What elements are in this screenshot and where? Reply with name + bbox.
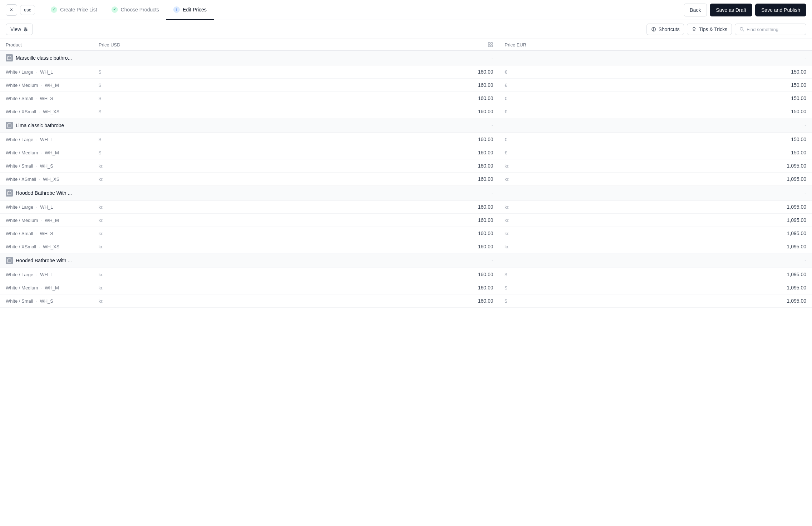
table-row[interactable]: White / Medium · WH_M kr. 160.00 $ 1,095…: [0, 281, 812, 294]
table-row[interactable]: White / Small · WH_S kr. 160.00 kr. 1,09…: [0, 159, 812, 173]
variant-eur-price-cell[interactable]: € 150.00: [499, 79, 812, 92]
variant-usd-price-cell[interactable]: $ 160.00: [93, 105, 499, 118]
table-header-row: Product Price USD Price EUR: [0, 39, 812, 51]
usd-symbol: kr.: [99, 298, 104, 304]
product-eur-dash: -: [499, 186, 812, 200]
product-group-row: Hooded Bathrobe With ... - -: [0, 186, 812, 200]
variant-usd-price-cell[interactable]: $ 160.00: [93, 79, 499, 92]
usd-value: 160.00: [478, 176, 493, 182]
variant-usd-price-cell[interactable]: $ 160.00: [93, 133, 499, 146]
eur-symbol: kr.: [505, 177, 510, 182]
variant-eur-price-cell[interactable]: kr. 1,095.00: [499, 240, 812, 253]
usd-symbol: kr.: [99, 231, 104, 236]
variant-usd-price-cell[interactable]: kr. 160.00: [93, 159, 499, 173]
usd-symbol: $: [99, 69, 101, 75]
esc-button[interactable]: esc: [20, 5, 35, 15]
usd-value: 160.00: [478, 82, 493, 88]
view-button[interactable]: View: [6, 24, 33, 35]
variant-eur-price-cell[interactable]: € 150.00: [499, 92, 812, 105]
variant-eur-price-cell[interactable]: $ 1,095.00: [499, 294, 812, 308]
table-row[interactable]: White / Small · WH_S kr. 160.00 $ 1,095.…: [0, 294, 812, 308]
eur-value: 150.00: [791, 150, 806, 155]
variant-eur-price-cell[interactable]: € 150.00: [499, 65, 812, 79]
table-row[interactable]: White / Large · WH_L kr. 160.00 kr. 1,09…: [0, 200, 812, 214]
variant-label: White / Large · WH_L: [6, 272, 53, 277]
eur-value: 1,095.00: [787, 230, 807, 236]
variant-label: White / XSmall · WH_XS: [6, 177, 59, 182]
table-row[interactable]: White / Medium · WH_M kr. 160.00 kr. 1,0…: [0, 214, 812, 227]
back-button[interactable]: Back: [684, 4, 707, 16]
variant-usd-price-cell[interactable]: kr. 160.00: [93, 240, 499, 253]
esc-label: esc: [24, 7, 31, 13]
table-row[interactable]: White / XSmall · WH_XS kr. 160.00 kr. 1,…: [0, 173, 812, 186]
usd-symbol: kr.: [99, 272, 104, 277]
step-choose-label: Choose Products: [121, 7, 159, 13]
search-box[interactable]: Find something: [735, 24, 806, 35]
eur-symbol: €: [505, 96, 507, 101]
table-row[interactable]: White / XSmall · WH_XS $ 160.00 € 150.00: [0, 105, 812, 118]
eur-value: 150.00: [791, 109, 806, 114]
variant-eur-price-cell[interactable]: € 150.00: [499, 105, 812, 118]
variant-eur-price-cell[interactable]: kr. 1,095.00: [499, 227, 812, 240]
variant-usd-price-cell[interactable]: kr. 160.00: [93, 227, 499, 240]
variant-usd-price-cell[interactable]: kr. 160.00: [93, 173, 499, 186]
variant-label: White / Large · WH_L: [6, 69, 53, 75]
table-row[interactable]: White / Medium · WH_M $ 160.00 € 150.00: [0, 79, 812, 92]
variant-eur-price-cell[interactable]: kr. 1,095.00: [499, 214, 812, 227]
eur-symbol: $: [505, 272, 507, 277]
table-row[interactable]: White / Large · WH_L kr. 160.00 $ 1,095.…: [0, 268, 812, 281]
variant-usd-price-cell[interactable]: kr. 160.00: [93, 281, 499, 294]
tips-button[interactable]: Tips & Tricks: [687, 24, 732, 35]
close-button[interactable]: ×: [6, 4, 17, 16]
variant-eur-price-cell[interactable]: € 150.00: [499, 146, 812, 159]
table-body: Marseille classic bathro... - - White / …: [0, 51, 812, 308]
variant-usd-price-cell[interactable]: kr. 160.00: [93, 294, 499, 308]
variant-label: White / Small · WH_S: [6, 163, 53, 169]
eur-symbol: kr.: [505, 204, 510, 210]
table-row[interactable]: White / XSmall · WH_XS kr. 160.00 kr. 1,…: [0, 240, 812, 253]
variant-eur-price-cell[interactable]: $ 1,095.00: [499, 268, 812, 281]
table-row[interactable]: White / Large · WH_L $ 160.00 € 150.00: [0, 133, 812, 146]
search-placeholder: Find something: [747, 27, 778, 32]
step-edit-label: Edit Prices: [183, 7, 207, 13]
usd-symbol: kr.: [99, 285, 104, 291]
step-edit[interactable]: i Edit Prices: [166, 0, 214, 20]
table-row[interactable]: White / Large · WH_L $ 160.00 € 150.00: [0, 65, 812, 79]
product-thumbnail: [6, 54, 13, 61]
table-row[interactable]: White / Small · WH_S kr. 160.00 kr. 1,09…: [0, 227, 812, 240]
step-edit-icon: i: [173, 6, 180, 13]
save-publish-button[interactable]: Save and Publish: [755, 4, 806, 16]
variant-usd-price-cell[interactable]: $ 160.00: [93, 92, 499, 105]
eur-value: 150.00: [791, 95, 806, 101]
variant-usd-price-cell[interactable]: kr. 160.00: [93, 200, 499, 214]
usd-value: 160.00: [478, 230, 493, 236]
usd-symbol: kr.: [99, 177, 104, 182]
col-price-usd: Price USD: [93, 39, 499, 51]
variant-eur-price-cell[interactable]: kr. 1,095.00: [499, 200, 812, 214]
variant-usd-price-cell[interactable]: $ 160.00: [93, 65, 499, 79]
price-table-container: Product Price USD Price EUR: [0, 39, 812, 308]
tips-icon: [692, 27, 697, 32]
variant-usd-price-cell[interactable]: kr. 160.00: [93, 268, 499, 281]
shortcuts-button[interactable]: Shortcuts: [647, 24, 684, 35]
variant-usd-price-cell[interactable]: $ 160.00: [93, 146, 499, 159]
variant-eur-price-cell[interactable]: $ 1,095.00: [499, 281, 812, 294]
save-draft-button[interactable]: Save as Draft: [710, 4, 752, 16]
bulk-edit-icon[interactable]: [487, 42, 493, 48]
usd-symbol: $: [99, 137, 101, 142]
toolbar-right: Shortcuts Tips & Tricks Find something: [647, 24, 806, 35]
table-row[interactable]: White / Medium · WH_M $ 160.00 € 150.00: [0, 146, 812, 159]
eur-value: 150.00: [791, 82, 806, 88]
step-create-label: Create Price List: [60, 7, 97, 13]
variant-usd-price-cell[interactable]: kr. 160.00: [93, 214, 499, 227]
variant-eur-price-cell[interactable]: € 150.00: [499, 133, 812, 146]
product-group-row: Hooded Bathrobe With ... - -: [0, 253, 812, 268]
table-row[interactable]: White / Small · WH_S $ 160.00 € 150.00: [0, 92, 812, 105]
variant-eur-price-cell[interactable]: kr. 1,095.00: [499, 159, 812, 173]
variant-eur-price-cell[interactable]: kr. 1,095.00: [499, 173, 812, 186]
step-choose[interactable]: ✓ Choose Products: [104, 0, 166, 20]
eur-value: 1,095.00: [787, 217, 807, 223]
eur-value: 1,095.00: [787, 298, 807, 304]
step-create[interactable]: ✓ Create Price List: [44, 0, 104, 20]
eur-value: 1,095.00: [787, 204, 807, 210]
